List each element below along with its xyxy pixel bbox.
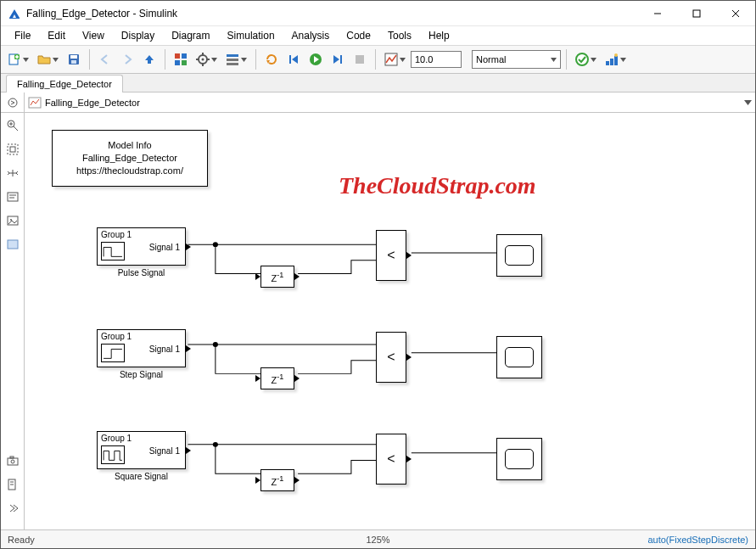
relational-operator-block-3[interactable]: < <box>376 434 406 485</box>
menu-help[interactable]: Help <box>420 28 458 43</box>
fast-restart-button[interactable] <box>261 49 282 70</box>
block-name-step: Step Signal <box>97 370 186 379</box>
open-button[interactable] <box>34 49 62 70</box>
data-inspector-button[interactable] <box>381 49 409 70</box>
svg-marker-47 <box>620 58 626 62</box>
svg-rect-65 <box>10 457 14 458</box>
unit-delay-block-3[interactable]: Z-1 <box>260 469 294 491</box>
svg-rect-28 <box>227 63 238 65</box>
unit-delay-block-2[interactable]: Z-1 <box>260 367 294 389</box>
svg-rect-26 <box>227 54 238 57</box>
signal-builder-square[interactable]: Group 1 Signal 1 <box>97 431 186 469</box>
model-browser-toggle[interactable] <box>1 92 25 112</box>
minimize-button[interactable] <box>638 1 677 26</box>
report-icon[interactable] <box>5 477 20 492</box>
sim-mode-select[interactable]: Normal <box>472 50 561 69</box>
toggle-perspective-icon[interactable] <box>5 165 20 181</box>
svg-rect-15 <box>175 53 180 59</box>
relational-operator-block-1[interactable]: < <box>376 230 406 281</box>
model-info-block[interactable]: Model Info Falling_Edge_Detector https:/… <box>52 130 208 187</box>
stop-time-input[interactable] <box>411 51 462 68</box>
menu-edit[interactable]: Edit <box>39 28 74 43</box>
port-label: Signal 1 <box>149 445 180 455</box>
port-arrow-icon <box>406 456 412 462</box>
maximize-button[interactable] <box>677 1 716 26</box>
separator <box>566 49 567 70</box>
breadcrumb-dropdown[interactable] <box>740 92 755 112</box>
scope-block-2[interactable] <box>496 336 542 378</box>
unit-delay-block-1[interactable]: Z-1 <box>260 266 294 288</box>
stop-button[interactable] <box>350 49 370 70</box>
menu-diagram[interactable]: Diagram <box>163 28 218 43</box>
model-config-button[interactable] <box>193 49 221 70</box>
signal-builder-step[interactable]: Group 1 Signal 1 <box>97 329 186 367</box>
port-label: Signal 1 <box>149 242 180 251</box>
svg-point-41 <box>576 53 588 65</box>
menu-code[interactable]: Code <box>338 28 379 43</box>
svg-rect-37 <box>356 55 364 64</box>
status-zoom[interactable]: 125% <box>366 535 389 545</box>
expand-palette-icon[interactable] <box>5 501 20 516</box>
svg-rect-55 <box>8 144 18 154</box>
tab-model[interactable]: Falling_Edge_Detector <box>6 75 123 92</box>
explorer-bar: Falling_Edge_Detector <box>1 92 755 113</box>
port-arrow-icon <box>186 244 191 250</box>
image-icon[interactable] <box>5 213 20 228</box>
annotation-icon[interactable] <box>5 189 20 204</box>
menu-analysis[interactable]: Analysis <box>283 28 339 43</box>
svg-marker-25 <box>211 58 217 62</box>
up-button[interactable] <box>139 49 160 70</box>
scope-block-3[interactable] <box>496 438 542 480</box>
operator-label: < <box>387 350 395 365</box>
menu-view[interactable]: View <box>74 28 113 43</box>
menu-file[interactable]: File <box>6 28 39 43</box>
scope-block-1[interactable] <box>496 234 542 277</box>
tab-label: Falling_Edge_Detector <box>17 79 112 89</box>
zoom-in-icon[interactable] <box>5 118 20 133</box>
forward-button[interactable] <box>117 49 137 70</box>
block-name-square: Square Signal <box>97 472 186 481</box>
delay-label: Z-1 <box>272 474 284 487</box>
step-forward-button[interactable] <box>328 49 348 70</box>
port-arrow-icon <box>406 252 412 259</box>
area-icon[interactable] <box>5 237 20 252</box>
svg-rect-14 <box>71 60 76 64</box>
update-diagram-button[interactable] <box>572 49 600 70</box>
build-button[interactable] <box>602 49 630 70</box>
new-model-button[interactable] <box>4 49 32 70</box>
svg-rect-57 <box>8 193 18 201</box>
tab-strip: Falling_Edge_Detector <box>1 74 755 92</box>
svg-marker-32 <box>292 55 298 64</box>
breadcrumb[interactable]: Falling_Edge_Detector <box>25 92 740 112</box>
fit-to-view-icon[interactable] <box>5 142 20 157</box>
menu-display[interactable]: Display <box>113 28 163 43</box>
svg-point-20 <box>202 59 204 61</box>
signal-preview-icon <box>101 344 125 362</box>
scope-screen-icon <box>505 245 534 266</box>
svg-rect-43 <box>606 61 609 65</box>
dropdown-icon <box>591 58 596 62</box>
group-label: Group 1 <box>101 230 132 239</box>
step-back-button[interactable] <box>283 49 304 70</box>
window-title: Falling_Edge_Detector - Simulink <box>26 8 638 20</box>
watermark-text: TheCloudStrap.com <box>339 172 536 199</box>
svg-point-70 <box>213 342 218 347</box>
save-button[interactable] <box>64 49 84 70</box>
group-label: Group 1 <box>101 332 132 341</box>
canvas[interactable]: Model Info Falling_Edge_Detector https:/… <box>25 113 755 529</box>
titlebar: Falling_Edge_Detector - Simulink <box>1 1 755 26</box>
run-button[interactable] <box>305 49 326 70</box>
model-explorer-button[interactable] <box>222 49 250 70</box>
signal-builder-pulse[interactable]: Group 1 Signal 1 <box>97 227 186 266</box>
toolbar: Normal <box>1 45 755 74</box>
screenshot-icon[interactable] <box>5 453 20 468</box>
relational-operator-block-2[interactable]: < <box>376 332 406 383</box>
library-browser-button[interactable] <box>171 49 191 70</box>
status-solver[interactable]: auto(FixedStepDiscrete) <box>647 535 748 545</box>
svg-rect-45 <box>614 56 618 65</box>
menu-tools[interactable]: Tools <box>379 28 420 43</box>
back-button[interactable] <box>95 49 115 70</box>
menu-simulation[interactable]: Simulation <box>219 28 283 43</box>
close-button[interactable] <box>716 1 755 26</box>
svg-marker-42 <box>591 58 596 62</box>
